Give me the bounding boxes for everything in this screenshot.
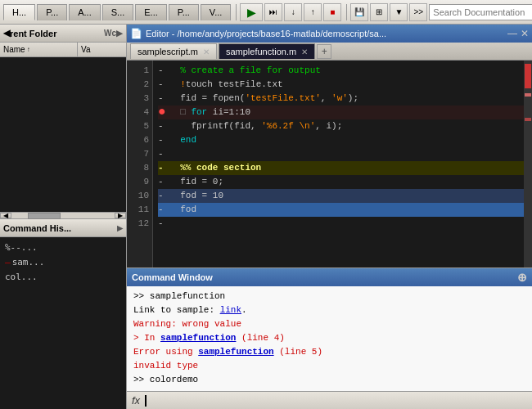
tab-label-samplescript: samplescript.m	[138, 47, 198, 56]
editor-scroll-thumb[interactable]	[525, 64, 531, 88]
cmd-window: Command Window ⊕ >> samplefunction Link …	[127, 268, 532, 409]
editor-tab-samplescript[interactable]: samplescript.m ✕	[130, 43, 217, 59]
editor-tabs: samplescript.m ✕ samplefunction.m ✕ +	[127, 43, 532, 61]
line-6-pre	[169, 133, 180, 147]
dropdown-button[interactable]: ▼	[390, 3, 408, 21]
options-button[interactable]: ⊞	[370, 3, 388, 21]
right-panel: 📄 Editor - /home/andy/projects/base16-ma…	[127, 25, 532, 409]
search-input[interactable]	[433, 7, 532, 17]
cmd-line-6: invalid type	[133, 359, 525, 373]
file-browser: ◀ rent Folder Wc▶ Name ↑ Va ◀ ▶	[0, 25, 126, 219]
main-layout: ◀ rent Folder Wc▶ Name ↑ Va ◀ ▶	[0, 25, 532, 409]
file-browser-header: ◀ rent Folder Wc▶	[0, 25, 126, 43]
bp-6: -	[158, 133, 169, 147]
scroll-right[interactable]: ▶	[115, 213, 126, 218]
cmd-window-content[interactable]: >> samplefunction Link to sample: link. …	[127, 286, 532, 391]
line-11-text: fod	[169, 203, 196, 217]
code-line-8: - %% code section	[158, 161, 527, 175]
bp-1: -	[158, 64, 169, 78]
code-line-5: - fprintf(fid, '%6.2f \n', i);	[158, 119, 527, 133]
line-8-text: %% code section	[169, 161, 261, 175]
bp-7: -	[158, 147, 169, 161]
line-4-for: for	[191, 106, 207, 119]
editor-close-btn[interactable]: ✕	[521, 28, 529, 39]
col-name-header[interactable]: Name ↑	[0, 43, 78, 56]
cmd-line-1: >> samplefunction	[133, 290, 525, 303]
scroll-track[interactable]	[11, 213, 115, 218]
bp-9: -	[158, 175, 169, 189]
code-line-7: -	[158, 147, 527, 161]
cmd-hist-text-1: %--...	[5, 242, 38, 253]
code-line-10: - fod = 10	[158, 189, 527, 203]
line-6-end: end	[180, 133, 196, 147]
file-scrollbar[interactable]: ◀ ▶	[0, 212, 126, 218]
cmd-input-area[interactable]	[145, 395, 527, 407]
tab-view[interactable]: V...	[201, 4, 232, 20]
line-9-text: fid = 0;	[169, 175, 223, 189]
line-10-text: fod = 10	[169, 189, 223, 203]
cmd-window-expand[interactable]: ⊕	[517, 271, 527, 284]
editor-tab-samplefunction[interactable]: samplefunction.m ✕	[219, 43, 315, 59]
code-area[interactable]: - % create a file for output - !touch te…	[153, 61, 532, 267]
cmd-history-arrow[interactable]: ▶	[117, 224, 123, 232]
code-line-9: - fid = 0;	[158, 175, 527, 189]
run-button[interactable]: ▶	[240, 3, 263, 21]
scroll-thumb[interactable]	[28, 213, 61, 219]
line-5-pre: fprintf(fid,	[169, 119, 261, 133]
tab-home[interactable]: H...	[3, 4, 35, 20]
save-button[interactable]: 💾	[350, 3, 368, 21]
code-line-6: - end	[158, 133, 527, 147]
cmd-fx-label: fx	[132, 394, 140, 407]
editor-scrollbar[interactable]	[524, 61, 532, 267]
line-4-box: □	[180, 106, 191, 119]
editor-panel: 📄 Editor - /home/andy/projects/base16-ma…	[127, 25, 532, 268]
code-line-1: - % create a file for output	[158, 64, 527, 78]
cmd-footer: fx	[127, 391, 532, 409]
cmd-hist-item-3[interactable]: col...	[3, 270, 123, 285]
scroll-left[interactable]: ◀	[0, 213, 11, 218]
tab-apps[interactable]: A...	[69, 4, 101, 20]
stop-button[interactable]: ■	[323, 3, 341, 21]
cmd-window-titlebar: Command Window ⊕	[127, 268, 532, 286]
line-2-cmd: touch testFile.txt	[186, 78, 283, 92]
step-in-button[interactable]: ↓	[284, 3, 302, 21]
cmd-link[interactable]: link	[220, 305, 241, 315]
step-button[interactable]: ⏭	[264, 3, 282, 21]
cmd-error-func[interactable]: samplefunction	[198, 347, 273, 357]
code-line-4: ● □ for ii=1:10	[158, 106, 527, 119]
bp-3: -	[158, 92, 169, 106]
editor-icon: 📄	[130, 28, 142, 39]
line-3-mode: 'w'	[331, 92, 348, 106]
toolbar: H... P... A... S... E... P... V... ▶ ⏭ ↓…	[0, 0, 532, 25]
line-1-text: % create a file for output	[169, 64, 321, 78]
file-browser-label: rent Folder	[10, 29, 101, 38]
code-line-3: - fid = fopen('testFile.txt', 'w');	[158, 92, 527, 106]
code-line-2: - !touch testFile.txt	[158, 78, 527, 92]
cmd-window-title: Command Window	[132, 272, 517, 282]
cmd-line-7: >> colordemo	[133, 373, 525, 387]
cmd-hist-item-1[interactable]: %--...	[3, 240, 123, 255]
tab-plots[interactable]: P...	[37, 4, 67, 20]
bp-12: -	[158, 217, 169, 231]
bp-11: -	[158, 203, 169, 217]
cmd-history-list: %--... — sam... col...	[0, 237, 126, 409]
file-table-header: Name ↑ Va	[0, 43, 126, 57]
tab-close-samplescript[interactable]: ✕	[203, 47, 210, 56]
tab-close-samplefunction[interactable]: ✕	[301, 47, 308, 56]
tab-publish[interactable]: P...	[169, 4, 199, 20]
tab-editor[interactable]: E...	[135, 4, 167, 20]
tab-shortcuts[interactable]: S...	[102, 4, 134, 20]
code-line-11: - fod	[158, 203, 527, 217]
more-button[interactable]: >>	[409, 3, 427, 21]
cmd-history-title: Command His...	[3, 223, 117, 233]
bp-2: -	[158, 78, 169, 92]
cmd-hist-dash-2: —	[5, 255, 11, 270]
editor-minimize[interactable]: —	[507, 28, 517, 39]
cmd-hist-item-2[interactable]: — sam...	[3, 255, 123, 270]
cmd-error-func-ref[interactable]: samplefunction	[160, 333, 236, 343]
line-4-text	[169, 106, 180, 119]
play-icon: ▶	[247, 6, 256, 19]
add-tab-button[interactable]: +	[317, 44, 331, 59]
step-out-button[interactable]: ↑	[304, 3, 322, 21]
editor-scroll-pip-1	[525, 93, 531, 97]
